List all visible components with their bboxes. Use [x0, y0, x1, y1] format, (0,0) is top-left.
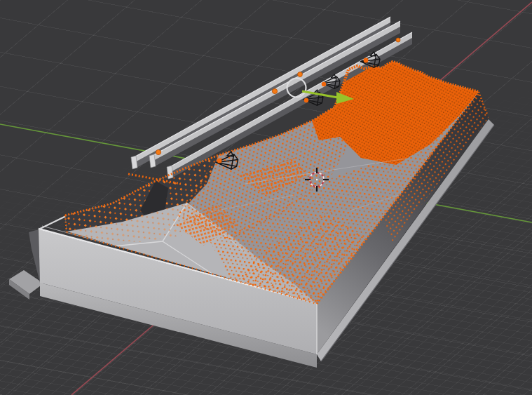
particle-ball-3[interactable]: [298, 72, 303, 77]
camera-2-dot: [322, 82, 326, 86]
cursor-center-dot: [316, 179, 318, 181]
camera-4-dot: [217, 159, 222, 163]
scene-canvas[interactable]: [0, 0, 532, 395]
camera-3-dot: [364, 58, 369, 63]
tub-left-rim: [39, 216, 66, 229]
particle-ball-2[interactable]: [272, 88, 277, 93]
particle-ball-4[interactable]: [396, 38, 400, 42]
particle-ball-1[interactable]: [156, 149, 161, 154]
3d-viewport[interactable]: [0, 0, 532, 395]
camera-1-dot: [304, 98, 308, 102]
